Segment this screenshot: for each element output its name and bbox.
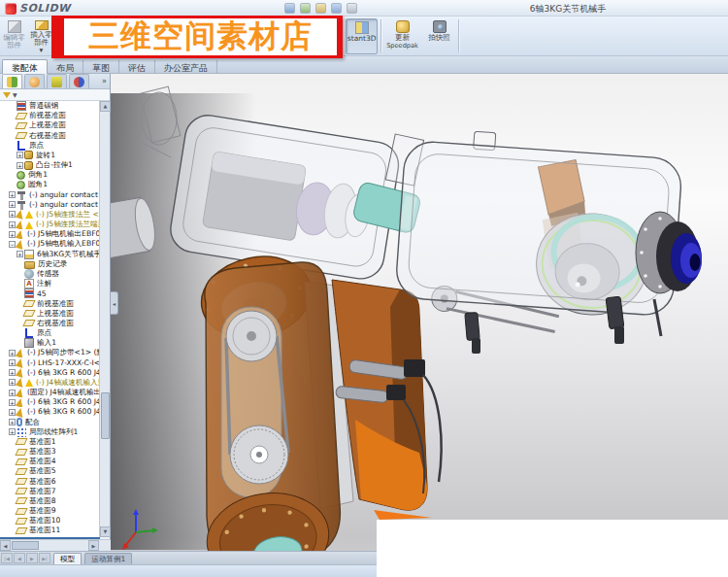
tree-item[interactable]: 输入1 — [0, 338, 100, 348]
update-speedpak-button[interactable]: 更新 Speedpak — [383, 18, 421, 54]
save-icon[interactable] — [315, 3, 326, 14]
tree-item[interactable]: +(-) J5轴电机输出EBF02-S: — [0, 229, 100, 239]
tree-item[interactable]: +局部线性阵列1 — [0, 427, 100, 437]
tree-item[interactable]: 右视基准面 — [0, 319, 100, 328]
tree-item[interactable]: +(-) 6轴 3KG R 600 J4轴 — [0, 368, 100, 378]
solidworks-logo-icon — [5, 3, 17, 15]
bottom-tab-model[interactable]: 模型 — [53, 553, 82, 564]
take-snapshot-button[interactable]: 拍快照 — [423, 18, 455, 54]
expand-toggle[interactable]: + — [9, 191, 16, 198]
tree-item[interactable]: +(-) J4轴减速机输入连接 — [0, 378, 100, 388]
tree-item[interactable]: +(-) 6轴 3KG R 600 J4轴 — [0, 397, 100, 407]
tree-item-label: (-) J5轴连接法兰端盖 < — [36, 220, 100, 229]
configurationmanager-icon — [51, 77, 62, 87]
tree-item[interactable]: 基准面11 — [0, 526, 100, 535]
tree-item[interactable]: +(-) LHS-17-XXX-C-I<6> — [0, 357, 100, 367]
tree-item[interactable]: 传感器 — [0, 269, 100, 279]
tab-nav-button[interactable]: ◀ — [14, 553, 25, 563]
undo-icon[interactable] — [347, 3, 357, 14]
edit-component-button[interactable]: 编辑零 部件 — [1, 18, 27, 54]
tree-item[interactable]: 基准面10 — [0, 516, 100, 526]
tab-nav-button[interactable]: |◀ — [1, 553, 13, 563]
tree-item[interactable]: 基准面5 — [0, 466, 100, 476]
viewport-3d[interactable] — [111, 74, 728, 577]
tree-item[interactable]: +(-) J5轴同步带<1> (默认 — [0, 348, 100, 357]
insert-component-button[interactable]: 插入零 部件 ▾ — [28, 18, 54, 54]
horizontal-scroll-thumb[interactable] — [12, 541, 39, 550]
panel-tab-displaymanager[interactable] — [69, 74, 89, 88]
tree-item[interactable]: 基准面3 — [0, 447, 100, 457]
tree-item[interactable]: 基准面1 — [0, 437, 100, 447]
tree-item[interactable]: 上视基准面 — [0, 309, 100, 319]
tree-item[interactable]: 基准面7 — [0, 487, 100, 496]
tree-item[interactable]: 右视基准面 — [0, 131, 100, 141]
tree-vertical-scrollbar[interactable]: ▲ ▼ — [99, 101, 110, 537]
quick-access-toolbar[interactable] — [284, 3, 357, 14]
tree-item[interactable]: +(-) J5轴连接法兰 <1> ( — [0, 210, 100, 220]
tree-item[interactable]: 普通碳钢 — [0, 101, 100, 111]
expand-toggle[interactable]: + — [17, 162, 23, 169]
tree-horizontal-scrollbar[interactable]: ◀ ▶ — [0, 539, 111, 551]
instant3d-button[interactable]: Instant3D — [346, 18, 378, 54]
vertical-scroll-thumb[interactable] — [101, 392, 110, 439]
insert-component-dropdown[interactable]: ▾ — [40, 47, 44, 54]
tree-item[interactable]: 原点 — [0, 141, 100, 151]
tree-item[interactable]: +(-) angular contact ball b — [0, 200, 100, 210]
plane-icon — [15, 113, 27, 119]
tree-item[interactable]: 上视基准面 — [0, 120, 100, 130]
pattern-icon — [17, 427, 26, 437]
ribbon-tab-strip: 装配体布局草图评估办公室产品 ▾▾▾▾▾ — [0, 56, 728, 74]
tree-item[interactable]: 基准面8 — [0, 496, 100, 506]
tree-item-label: 原点 — [29, 141, 44, 151]
scroll-left-icon[interactable]: ◀ — [0, 540, 11, 551]
tree-item[interactable]: 前视基准面 — [0, 111, 100, 120]
tree-item[interactable]: +配合 — [0, 418, 100, 427]
tab-nav-button[interactable]: ▶| — [39, 553, 50, 563]
tree-item-label: 前视基准面 — [29, 111, 66, 120]
panel-chevron-icon[interactable]: » — [102, 77, 107, 85]
tree-item[interactable]: +(固定) J4轴减速机输出法兰 — [0, 388, 100, 397]
tree-filter-row[interactable]: ▼ — [0, 89, 110, 101]
panel-tab-featuremanager[interactable] — [2, 74, 22, 88]
open-icon[interactable] — [300, 3, 311, 14]
tree-item[interactable]: +(-) J5轴连接法兰端盖 < — [0, 220, 100, 229]
panel-tab-propertymanager[interactable] — [24, 74, 45, 88]
tree-item[interactable]: 圆角1 — [0, 180, 100, 189]
tree-item[interactable]: 基准面6 — [0, 477, 100, 487]
expand-toggle[interactable]: + — [9, 419, 16, 425]
tab-nav-button[interactable]: ▶ — [26, 553, 38, 563]
tree-item[interactable]: 历史记录 — [0, 259, 100, 269]
scroll-down-icon[interactable]: ▼ — [100, 526, 111, 537]
tree-item[interactable]: +凸台-拉伸1 — [0, 160, 100, 170]
expand-toggle[interactable]: + — [17, 152, 23, 158]
print-icon[interactable] — [331, 3, 342, 14]
tree-item[interactable]: −(-) J5轴电机输入EBF02-S: — [0, 239, 100, 249]
tree-item[interactable]: 基准面4 — [0, 457, 100, 466]
tree-item[interactable]: 前视基准面 — [0, 298, 100, 308]
tree-item[interactable]: +6轴3KG关节机械手 中 — [0, 250, 100, 259]
tree-item[interactable]: 45 — [0, 288, 100, 298]
scroll-up-icon[interactable]: ▲ — [100, 101, 111, 112]
expand-toggle[interactable]: + — [9, 201, 16, 208]
panel-collapse-handle[interactable]: ◂ — [111, 291, 118, 315]
scroll-right-icon[interactable]: ▶ — [88, 540, 99, 551]
tree-item[interactable]: +(-) 6轴 3KG R 600 J4轴 — [0, 407, 100, 417]
filter-dropdown-icon[interactable]: ▼ — [13, 91, 17, 98]
panel-tab-configurationmanager[interactable] — [47, 74, 67, 88]
bolt-icon — [17, 200, 26, 210]
expand-toggle[interactable]: + — [9, 428, 16, 435]
tree-item-label: (-) J4轴减速机输入连接 — [36, 378, 100, 388]
material-icon — [24, 288, 34, 298]
expand-toggle[interactable]: + — [17, 251, 23, 257]
bottom-tab-motion-study[interactable]: 运动算例1 — [84, 553, 132, 564]
tree-item[interactable]: 倒角1 — [0, 170, 100, 180]
tree-item[interactable]: 基准面9 — [0, 506, 100, 516]
tree-item[interactable]: 注解 — [0, 279, 100, 288]
tree-item[interactable]: +(-) angular contact ball b — [0, 190, 100, 200]
panel-header-tabs: » — [0, 74, 110, 89]
tree-item[interactable]: 原点 — [0, 328, 100, 338]
tree-item-label: 普通碳钢 — [29, 101, 58, 111]
sensor-icon — [24, 269, 34, 279]
tree-item[interactable]: +旋转1 — [0, 151, 100, 160]
new-icon[interactable] — [284, 3, 295, 14]
